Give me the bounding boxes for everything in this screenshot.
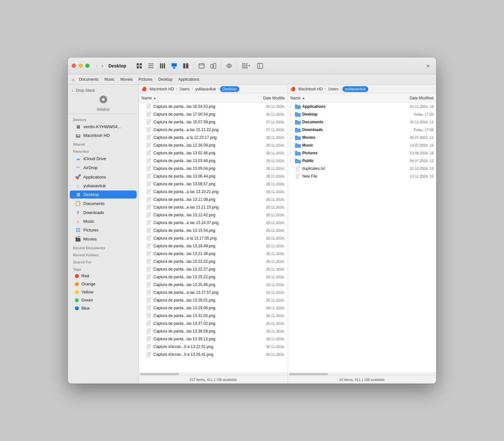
list-view-button[interactable] bbox=[146, 62, 156, 70]
sidebar-item-tag-red[interactable]: Red bbox=[70, 272, 137, 280]
right-file-row[interactable]: › Pictures 13.08.2024, 18 bbox=[288, 149, 436, 157]
sidebar-item-tag-orange[interactable]: Orange bbox=[70, 280, 137, 288]
sidebar-item-icloud[interactable]: ☁ iCloud Drive bbox=[70, 154, 137, 163]
tabs-view-button[interactable] bbox=[208, 62, 218, 70]
gallery-view-button[interactable] bbox=[169, 62, 179, 70]
back-button[interactable]: ‹ bbox=[95, 62, 99, 69]
maximize-button[interactable] bbox=[85, 64, 89, 68]
sidebar-item-home[interactable]: ⌂ yuliiasavliuk bbox=[70, 182, 137, 190]
left-file-row[interactable]: Captura de panta...a las 13.14.37.png 28… bbox=[139, 219, 288, 227]
sidebar-item-tag-yellow[interactable]: Yellow bbox=[70, 288, 137, 296]
right-file-row[interactable]: › Public 04.07.2024, 12 bbox=[288, 157, 436, 165]
right-file-list[interactable]: › Applications 20.11.2024, 16 › Desktop … bbox=[288, 103, 436, 373]
left-file-row[interactable]: Captura de panta...las 13.06.44.png 28.1… bbox=[139, 172, 288, 180]
left-file-row[interactable]: Captura de panta...las 13.08.57.png 28.1… bbox=[139, 180, 288, 188]
minimize-button[interactable] bbox=[79, 64, 83, 68]
left-file-row[interactable]: Captura de panta...las 13.05.04.png 28.1… bbox=[139, 165, 288, 172]
sidebar-item-downloads[interactable]: ⬇ Downloads bbox=[70, 208, 137, 217]
left-file-row[interactable]: Captura de panta...las 13.22.27.png 28.1… bbox=[139, 265, 288, 273]
row-expand[interactable]: › bbox=[290, 128, 295, 132]
left-file-row[interactable]: Captura de panta...las 16.54.53.png 26.1… bbox=[139, 103, 288, 110]
right-file-row[interactable]: New File 13.11.2024, 15 bbox=[288, 172, 436, 180]
left-scrollbar-h[interactable] bbox=[139, 373, 288, 375]
left-file-row[interactable]: Captura de panta...las 13.11.08.png 28.1… bbox=[139, 196, 288, 203]
favbar-documents[interactable]: Documents bbox=[76, 77, 101, 82]
right-file-row[interactable]: › Applications 20.11.2024, 16 bbox=[288, 103, 436, 110]
bc-desktop[interactable]: Desktop bbox=[220, 86, 239, 92]
column-view-button[interactable] bbox=[157, 62, 168, 70]
left-file-row[interactable]: Captura de panta...las 13.29.01.png 28.1… bbox=[139, 296, 288, 304]
left-name-header[interactable]: Name ▲ bbox=[142, 96, 240, 100]
row-expand[interactable]: › bbox=[290, 136, 295, 139]
sidebar-item-airdrop[interactable]: 〜 AirDrop bbox=[70, 163, 137, 172]
sidebar-item-documents[interactable]: 📋 Documents bbox=[70, 199, 137, 208]
bc-r-macintosh[interactable]: Macintosh HD bbox=[297, 86, 324, 92]
right-name-header[interactable]: Name ▲ bbox=[290, 96, 389, 100]
split-view-button[interactable] bbox=[181, 62, 191, 70]
more-button[interactable]: » bbox=[424, 61, 432, 70]
row-expand[interactable]: › bbox=[290, 151, 295, 155]
arrange-button[interactable]: ▾ bbox=[240, 62, 252, 70]
sidebar-item-pictures[interactable]: 🖼 Pictures bbox=[70, 226, 137, 234]
window-view-button[interactable] bbox=[196, 62, 207, 70]
left-file-row[interactable]: Captura de panta...las 13.22.22.png 28.1… bbox=[139, 258, 288, 265]
left-file-row[interactable]: Captura de panta...las 17.00.54.png 26.1… bbox=[139, 110, 288, 118]
left-file-row[interactable]: Captura de panta...las 13.25.46.png 28.1… bbox=[139, 281, 288, 289]
left-date-header[interactable]: Date Modifie bbox=[240, 96, 285, 100]
right-file-row[interactable]: › Music 14.07.2024, 15 bbox=[288, 141, 436, 149]
left-file-row[interactable]: Captura de panta...las 12.38.09.png 28.1… bbox=[139, 141, 288, 149]
left-file-row[interactable]: Captura de panta...a las 15.11.22.png 27… bbox=[139, 126, 288, 134]
forward-button[interactable]: › bbox=[100, 62, 104, 69]
left-file-row[interactable]: Captura de panta...a la 13.17.05.png 28.… bbox=[139, 234, 288, 242]
left-file-row[interactable]: Captura de panta...las 13.25.22.png 28.1… bbox=[139, 273, 288, 281]
right-file-row[interactable]: › Downloads Today, 17:09 bbox=[288, 126, 436, 134]
right-file-row[interactable]: › Desktop Today, 17:20 bbox=[288, 110, 436, 118]
left-file-row[interactable]: Captura de panta...a la 12.23.17.png 28.… bbox=[139, 134, 288, 141]
favbar-movies[interactable]: Movies bbox=[118, 77, 135, 82]
left-file-row[interactable]: Captura de panta...las 15.07.59.png 27.1… bbox=[139, 118, 288, 126]
left-file-row[interactable]: Captura de panta...las 13.12.42.png 28.1… bbox=[139, 211, 288, 219]
right-scrollbar-h[interactable] bbox=[288, 373, 436, 375]
sidebar-item-tag-green[interactable]: Green bbox=[70, 296, 137, 304]
row-expand[interactable]: › bbox=[290, 120, 295, 124]
left-file-row[interactable]: Captura de panta...a las 13.27.57.png 28… bbox=[139, 289, 288, 296]
row-expand[interactable]: › bbox=[290, 105, 295, 108]
left-file-row[interactable]: Captura de panta...las 13.21.38.png 28.1… bbox=[139, 250, 288, 258]
sidebar-item-applications[interactable]: 🚀 Applications bbox=[70, 173, 137, 181]
left-file-row[interactable]: Captura de panta...las 13.03.48.png 28.1… bbox=[139, 157, 288, 165]
left-file-row[interactable]: Captura de panta...las 13.18.49.png 28.1… bbox=[139, 242, 288, 250]
left-file-row[interactable]: Capture d'écran...0 à 13.26.41.png 30.11… bbox=[139, 351, 288, 358]
bc-r-user[interactable]: yuliiasavliuk bbox=[342, 86, 368, 92]
bc-user[interactable]: yuliiasavliuk bbox=[194, 86, 217, 92]
favbar-pictures[interactable]: Pictures bbox=[136, 77, 155, 82]
right-file-row[interactable]: › Documents 26.11.2024, 11 bbox=[288, 118, 436, 126]
row-expand[interactable]: › bbox=[290, 159, 295, 163]
sidebar-item-macintosh[interactable]: 🖴 Macintosh HD bbox=[70, 131, 137, 139]
left-file-row[interactable]: Captura de panta...las 13.38.58.png 28.1… bbox=[139, 327, 288, 335]
right-date-header[interactable]: Date Modified bbox=[388, 96, 434, 100]
bc-macintosh[interactable]: Macintosh HD bbox=[148, 86, 175, 92]
left-file-row[interactable]: Captura de panta...las 13.31.05.png 28.1… bbox=[139, 312, 288, 320]
left-file-row[interactable]: Captura de panta...las 13.29.06.png 28.1… bbox=[139, 304, 288, 312]
right-file-row[interactable]: duplicates.txt 31.10.2024, 13 bbox=[288, 165, 436, 172]
favbar-applications[interactable]: Applications bbox=[176, 77, 202, 82]
left-file-row[interactable]: Captura de panta...las 13.02.46.png 28.1… bbox=[139, 149, 288, 157]
preview-button[interactable] bbox=[224, 62, 234, 70]
favbar-music[interactable]: Music bbox=[102, 77, 117, 82]
left-file-row[interactable]: Capture d'écran...0 à 13.22.51.png 30.11… bbox=[139, 343, 288, 351]
sidebar-item-verdin[interactable]: 🖥 verdin-KYHWW54... bbox=[70, 123, 137, 131]
left-file-list[interactable]: Captura de panta...las 16.54.53.png 26.1… bbox=[139, 103, 288, 373]
right-file-row[interactable]: › Movies 09.07.2024, 12 bbox=[288, 134, 436, 141]
sidebar-item-tag-blue[interactable]: Blue bbox=[70, 304, 137, 312]
row-expand[interactable]: › bbox=[290, 144, 295, 147]
left-file-row[interactable]: Captura de panta...las 13.15.54.png 28.1… bbox=[139, 227, 288, 234]
sidebar-item-movies[interactable]: 🎬 Movies bbox=[70, 235, 137, 243]
icon-view-button[interactable] bbox=[134, 62, 144, 70]
favbar-desktop[interactable]: Desktop bbox=[156, 77, 175, 82]
search-button[interactable] bbox=[255, 62, 265, 70]
sidebar-item-music[interactable]: ♪ Music bbox=[70, 217, 137, 225]
left-file-row[interactable]: Captura de panta...las 13.37.02.png 28.1… bbox=[139, 320, 288, 327]
row-expand[interactable]: › bbox=[290, 113, 295, 116]
bc-r-users[interactable]: Users bbox=[327, 86, 340, 92]
close-button[interactable] bbox=[72, 64, 76, 68]
